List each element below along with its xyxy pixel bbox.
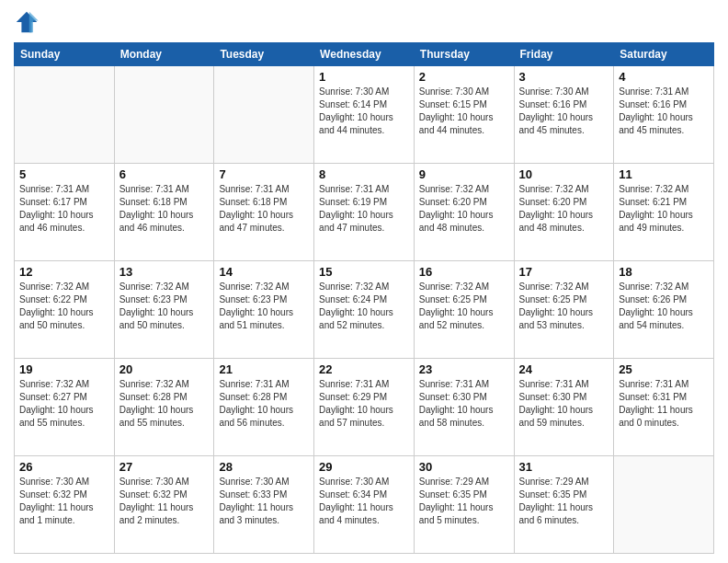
day-number: 27 [119, 460, 210, 474]
day-number: 14 [219, 265, 309, 279]
calendar-cell: 25Sunrise: 7:31 AM Sunset: 6:31 PM Dayli… [614, 359, 714, 456]
day-info: Sunrise: 7:31 AM Sunset: 6:30 PM Dayligh… [419, 378, 509, 430]
calendar-cell: 2Sunrise: 7:30 AM Sunset: 6:15 PM Daylig… [414, 66, 514, 164]
day-info: Sunrise: 7:31 AM Sunset: 6:18 PM Dayligh… [219, 183, 309, 235]
page: SundayMondayTuesdayWednesdayThursdayFrid… [0, 0, 728, 563]
day-number: 29 [319, 460, 409, 474]
day-number: 16 [419, 265, 509, 279]
calendar-cell: 18Sunrise: 7:32 AM Sunset: 6:26 PM Dayli… [614, 261, 714, 359]
day-number: 11 [619, 167, 709, 181]
weekday-header-wednesday: Wednesday [314, 43, 415, 66]
day-info: Sunrise: 7:31 AM Sunset: 6:30 PM Dayligh… [519, 378, 609, 430]
day-number: 25 [619, 362, 709, 376]
calendar-cell [114, 66, 214, 164]
day-number: 2 [419, 70, 509, 84]
weekday-header-saturday: Saturday [614, 43, 714, 66]
day-number: 23 [419, 362, 509, 376]
day-info: Sunrise: 7:32 AM Sunset: 6:20 PM Dayligh… [419, 183, 509, 235]
calendar-cell: 17Sunrise: 7:32 AM Sunset: 6:25 PM Dayli… [514, 261, 614, 359]
weekday-header-friday: Friday [514, 43, 614, 66]
calendar-cell: 19Sunrise: 7:32 AM Sunset: 6:27 PM Dayli… [15, 359, 115, 456]
day-number: 30 [419, 460, 509, 474]
week-row-2: 5Sunrise: 7:31 AM Sunset: 6:17 PM Daylig… [15, 164, 714, 261]
calendar-cell: 12Sunrise: 7:32 AM Sunset: 6:22 PM Dayli… [15, 261, 115, 359]
calendar-cell: 31Sunrise: 7:29 AM Sunset: 6:35 PM Dayli… [514, 456, 614, 554]
day-info: Sunrise: 7:31 AM Sunset: 6:29 PM Dayligh… [319, 378, 409, 430]
day-info: Sunrise: 7:30 AM Sunset: 6:32 PM Dayligh… [119, 476, 210, 527]
day-number: 4 [619, 70, 709, 84]
weekday-header-tuesday: Tuesday [214, 43, 314, 66]
calendar-cell: 7Sunrise: 7:31 AM Sunset: 6:18 PM Daylig… [214, 164, 314, 261]
day-number: 7 [219, 167, 309, 181]
day-number: 5 [19, 167, 109, 181]
day-number: 24 [519, 362, 609, 376]
day-number: 13 [119, 265, 210, 279]
day-number: 9 [419, 167, 509, 181]
week-row-3: 12Sunrise: 7:32 AM Sunset: 6:22 PM Dayli… [15, 261, 714, 359]
day-info: Sunrise: 7:32 AM Sunset: 6:22 PM Dayligh… [19, 281, 109, 332]
calendar-cell: 4Sunrise: 7:31 AM Sunset: 6:16 PM Daylig… [614, 66, 714, 164]
day-info: Sunrise: 7:32 AM Sunset: 6:23 PM Dayligh… [219, 281, 309, 332]
calendar-cell: 11Sunrise: 7:32 AM Sunset: 6:21 PM Dayli… [614, 164, 714, 261]
calendar-cell: 3Sunrise: 7:30 AM Sunset: 6:16 PM Daylig… [514, 66, 614, 164]
day-info: Sunrise: 7:30 AM Sunset: 6:33 PM Dayligh… [219, 476, 309, 527]
calendar-cell: 27Sunrise: 7:30 AM Sunset: 6:32 PM Dayli… [114, 456, 214, 554]
calendar-cell [614, 456, 714, 554]
day-number: 1 [319, 70, 409, 84]
day-number: 3 [519, 70, 609, 84]
day-number: 18 [619, 265, 709, 279]
calendar-cell: 8Sunrise: 7:31 AM Sunset: 6:19 PM Daylig… [314, 164, 415, 261]
weekday-header-sunday: Sunday [15, 43, 115, 66]
day-info: Sunrise: 7:32 AM Sunset: 6:26 PM Dayligh… [619, 281, 709, 332]
calendar-cell: 21Sunrise: 7:31 AM Sunset: 6:28 PM Dayli… [214, 359, 314, 456]
day-number: 8 [319, 167, 409, 181]
day-number: 10 [519, 167, 609, 181]
day-number: 12 [19, 265, 109, 279]
day-info: Sunrise: 7:31 AM Sunset: 6:28 PM Dayligh… [219, 378, 309, 430]
calendar-cell: 29Sunrise: 7:30 AM Sunset: 6:34 PM Dayli… [314, 456, 415, 554]
calendar-cell: 26Sunrise: 7:30 AM Sunset: 6:32 PM Dayli… [15, 456, 115, 554]
day-number: 17 [519, 265, 609, 279]
day-info: Sunrise: 7:32 AM Sunset: 6:20 PM Dayligh… [519, 183, 609, 235]
day-info: Sunrise: 7:32 AM Sunset: 6:23 PM Dayligh… [119, 281, 210, 332]
day-number: 6 [119, 167, 210, 181]
day-info: Sunrise: 7:31 AM Sunset: 6:16 PM Dayligh… [619, 86, 709, 137]
day-info: Sunrise: 7:30 AM Sunset: 6:14 PM Dayligh… [319, 86, 409, 137]
header [14, 9, 714, 35]
day-info: Sunrise: 7:29 AM Sunset: 6:35 PM Dayligh… [419, 476, 509, 527]
day-info: Sunrise: 7:32 AM Sunset: 6:28 PM Dayligh… [119, 378, 210, 430]
day-info: Sunrise: 7:30 AM Sunset: 6:32 PM Dayligh… [19, 476, 109, 527]
calendar-cell [214, 66, 314, 164]
day-number: 28 [219, 460, 309, 474]
day-info: Sunrise: 7:29 AM Sunset: 6:35 PM Dayligh… [519, 476, 609, 527]
day-info: Sunrise: 7:31 AM Sunset: 6:31 PM Dayligh… [619, 378, 709, 430]
calendar-cell: 23Sunrise: 7:31 AM Sunset: 6:30 PM Dayli… [414, 359, 514, 456]
calendar-cell: 28Sunrise: 7:30 AM Sunset: 6:33 PM Dayli… [214, 456, 314, 554]
day-info: Sunrise: 7:32 AM Sunset: 6:27 PM Dayligh… [19, 378, 109, 430]
week-row-4: 19Sunrise: 7:32 AM Sunset: 6:27 PM Dayli… [15, 359, 714, 456]
weekday-header-row: SundayMondayTuesdayWednesdayThursdayFrid… [15, 43, 714, 66]
day-number: 26 [19, 460, 109, 474]
day-info: Sunrise: 7:32 AM Sunset: 6:24 PM Dayligh… [319, 281, 409, 332]
day-info: Sunrise: 7:30 AM Sunset: 6:16 PM Dayligh… [519, 86, 609, 137]
calendar-cell: 16Sunrise: 7:32 AM Sunset: 6:25 PM Dayli… [414, 261, 514, 359]
day-info: Sunrise: 7:31 AM Sunset: 6:17 PM Dayligh… [19, 183, 109, 235]
day-info: Sunrise: 7:31 AM Sunset: 6:19 PM Dayligh… [319, 183, 409, 235]
calendar-cell: 24Sunrise: 7:31 AM Sunset: 6:30 PM Dayli… [514, 359, 614, 456]
calendar-cell: 15Sunrise: 7:32 AM Sunset: 6:24 PM Dayli… [314, 261, 415, 359]
calendar-cell: 14Sunrise: 7:32 AM Sunset: 6:23 PM Dayli… [214, 261, 314, 359]
calendar-cell: 22Sunrise: 7:31 AM Sunset: 6:29 PM Dayli… [314, 359, 415, 456]
day-number: 19 [19, 362, 109, 376]
calendar-cell: 20Sunrise: 7:32 AM Sunset: 6:28 PM Dayli… [114, 359, 214, 456]
calendar-cell: 10Sunrise: 7:32 AM Sunset: 6:20 PM Dayli… [514, 164, 614, 261]
day-info: Sunrise: 7:30 AM Sunset: 6:34 PM Dayligh… [319, 476, 409, 527]
day-info: Sunrise: 7:31 AM Sunset: 6:18 PM Dayligh… [119, 183, 210, 235]
calendar-cell: 5Sunrise: 7:31 AM Sunset: 6:17 PM Daylig… [15, 164, 115, 261]
day-number: 15 [319, 265, 409, 279]
day-info: Sunrise: 7:32 AM Sunset: 6:21 PM Dayligh… [619, 183, 709, 235]
day-number: 21 [219, 362, 309, 376]
day-number: 31 [519, 460, 609, 474]
calendar-cell: 13Sunrise: 7:32 AM Sunset: 6:23 PM Dayli… [114, 261, 214, 359]
day-info: Sunrise: 7:32 AM Sunset: 6:25 PM Dayligh… [419, 281, 509, 332]
svg-marker-0 [17, 12, 37, 32]
